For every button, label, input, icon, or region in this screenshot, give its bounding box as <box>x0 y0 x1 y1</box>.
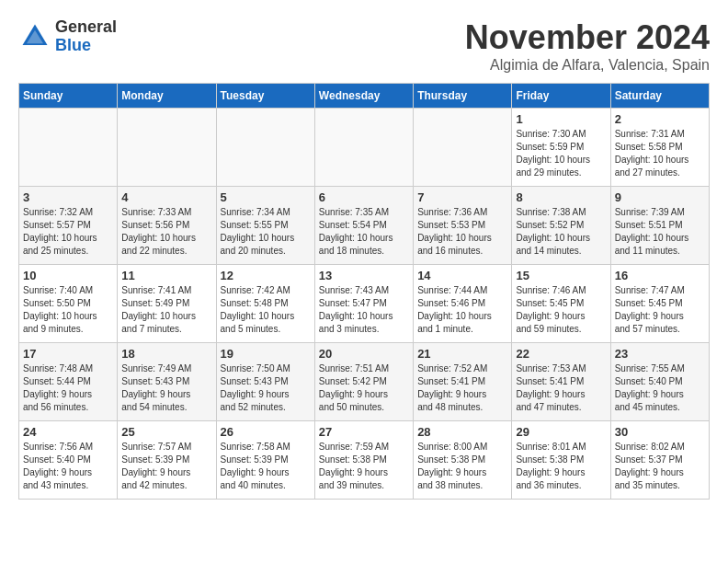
day-info: Sunrise: 7:51 AM Sunset: 5:42 PM Dayligh… <box>319 362 409 414</box>
day-info: Sunrise: 7:50 AM Sunset: 5:43 PM Dayligh… <box>221 362 311 414</box>
day-number: 22 <box>516 347 606 361</box>
day-number: 29 <box>516 425 606 439</box>
calendar-week-4: 17Sunrise: 7:48 AM Sunset: 5:44 PM Dayli… <box>19 343 710 421</box>
day-number: 4 <box>121 190 211 204</box>
calendar-cell: 2Sunrise: 7:31 AM Sunset: 5:58 PM Daylig… <box>610 109 709 187</box>
calendar-cell: 24Sunrise: 7:56 AM Sunset: 5:40 PM Dayli… <box>19 421 118 500</box>
calendar-cell: 19Sunrise: 7:50 AM Sunset: 5:43 PM Dayli… <box>216 343 314 421</box>
day-info: Sunrise: 7:36 AM Sunset: 5:53 PM Dayligh… <box>417 206 507 258</box>
header-cell-friday: Friday <box>512 84 610 109</box>
day-info: Sunrise: 7:44 AM Sunset: 5:46 PM Dayligh… <box>417 284 507 336</box>
header-cell-monday: Monday <box>118 84 216 109</box>
day-number: 7 <box>417 190 507 204</box>
logo: General Blue <box>18 18 117 55</box>
calendar-cell: 29Sunrise: 8:01 AM Sunset: 5:38 PM Dayli… <box>512 421 610 500</box>
day-number: 25 <box>121 425 211 439</box>
header-cell-wednesday: Wednesday <box>314 84 413 109</box>
calendar-week-3: 10Sunrise: 7:40 AM Sunset: 5:50 PM Dayli… <box>19 265 710 343</box>
logo-text: General Blue <box>55 18 117 55</box>
day-number: 30 <box>615 425 705 439</box>
day-number: 18 <box>121 347 211 361</box>
day-number: 16 <box>615 269 705 282</box>
calendar-cell: 13Sunrise: 7:43 AM Sunset: 5:47 PM Dayli… <box>314 265 413 343</box>
day-info: Sunrise: 7:39 AM Sunset: 5:51 PM Dayligh… <box>615 206 705 258</box>
day-info: Sunrise: 7:55 AM Sunset: 5:40 PM Dayligh… <box>615 362 705 414</box>
calendar-cell: 30Sunrise: 8:02 AM Sunset: 5:37 PM Dayli… <box>610 421 709 500</box>
day-number: 15 <box>516 269 606 282</box>
calendar-cell <box>118 109 216 187</box>
calendar-cell: 12Sunrise: 7:42 AM Sunset: 5:48 PM Dayli… <box>216 265 314 343</box>
calendar-body: 1Sunrise: 7:30 AM Sunset: 5:59 PM Daylig… <box>19 109 710 500</box>
day-info: Sunrise: 8:00 AM Sunset: 5:38 PM Dayligh… <box>417 441 507 492</box>
logo-general-text: General <box>55 18 117 37</box>
day-info: Sunrise: 7:43 AM Sunset: 5:47 PM Dayligh… <box>319 284 409 336</box>
calendar-week-2: 3Sunrise: 7:32 AM Sunset: 5:57 PM Daylig… <box>19 187 710 265</box>
calendar-cell: 1Sunrise: 7:30 AM Sunset: 5:59 PM Daylig… <box>512 109 610 187</box>
calendar-cell: 4Sunrise: 7:33 AM Sunset: 5:56 PM Daylig… <box>118 187 216 265</box>
day-info: Sunrise: 7:48 AM Sunset: 5:44 PM Dayligh… <box>23 362 113 414</box>
calendar-cell: 5Sunrise: 7:34 AM Sunset: 5:55 PM Daylig… <box>216 187 314 265</box>
day-info: Sunrise: 7:32 AM Sunset: 5:57 PM Dayligh… <box>23 206 113 258</box>
day-info: Sunrise: 7:35 AM Sunset: 5:54 PM Dayligh… <box>319 206 409 258</box>
day-info: Sunrise: 7:31 AM Sunset: 5:58 PM Dayligh… <box>615 128 705 179</box>
header-cell-tuesday: Tuesday <box>216 84 314 109</box>
day-number: 21 <box>417 347 507 361</box>
calendar-cell: 17Sunrise: 7:48 AM Sunset: 5:44 PM Dayli… <box>19 343 118 421</box>
calendar-cell: 3Sunrise: 7:32 AM Sunset: 5:57 PM Daylig… <box>19 187 118 265</box>
day-number: 28 <box>417 425 507 439</box>
day-number: 26 <box>221 425 311 439</box>
day-info: Sunrise: 7:59 AM Sunset: 5:38 PM Dayligh… <box>319 441 409 492</box>
month-title: November 2024 <box>465 18 710 57</box>
day-number: 23 <box>615 347 705 361</box>
calendar-cell: 27Sunrise: 7:59 AM Sunset: 5:38 PM Dayli… <box>314 421 413 500</box>
calendar-cell <box>19 109 118 187</box>
calendar-cell: 10Sunrise: 7:40 AM Sunset: 5:50 PM Dayli… <box>19 265 118 343</box>
header-cell-thursday: Thursday <box>414 84 512 109</box>
day-number: 27 <box>319 425 409 439</box>
day-number: 10 <box>23 269 113 282</box>
day-info: Sunrise: 7:41 AM Sunset: 5:49 PM Dayligh… <box>121 284 211 336</box>
calendar-week-5: 24Sunrise: 7:56 AM Sunset: 5:40 PM Dayli… <box>19 421 710 500</box>
calendar-cell: 16Sunrise: 7:47 AM Sunset: 5:45 PM Dayli… <box>610 265 709 343</box>
day-info: Sunrise: 7:53 AM Sunset: 5:41 PM Dayligh… <box>516 362 606 414</box>
day-info: Sunrise: 7:40 AM Sunset: 5:50 PM Dayligh… <box>23 284 113 336</box>
day-number: 9 <box>615 190 705 204</box>
day-info: Sunrise: 7:38 AM Sunset: 5:52 PM Dayligh… <box>516 206 606 258</box>
calendar-cell: 20Sunrise: 7:51 AM Sunset: 5:42 PM Dayli… <box>314 343 413 421</box>
day-number: 17 <box>23 347 113 361</box>
header: General Blue November 2024 Algimia de Al… <box>18 18 710 74</box>
calendar-cell: 11Sunrise: 7:41 AM Sunset: 5:49 PM Dayli… <box>118 265 216 343</box>
logo-icon <box>18 20 51 53</box>
calendar-table: SundayMondayTuesdayWednesdayThursdayFrid… <box>18 83 710 500</box>
day-info: Sunrise: 7:30 AM Sunset: 5:59 PM Dayligh… <box>516 128 606 179</box>
header-cell-sunday: Sunday <box>19 84 118 109</box>
calendar-cell: 18Sunrise: 7:49 AM Sunset: 5:43 PM Dayli… <box>118 343 216 421</box>
day-number: 24 <box>23 425 113 439</box>
logo-blue-text: Blue <box>55 37 117 55</box>
calendar-cell: 14Sunrise: 7:44 AM Sunset: 5:46 PM Dayli… <box>414 265 512 343</box>
calendar-cell: 6Sunrise: 7:35 AM Sunset: 5:54 PM Daylig… <box>314 187 413 265</box>
calendar-cell: 28Sunrise: 8:00 AM Sunset: 5:38 PM Dayli… <box>414 421 512 500</box>
day-info: Sunrise: 7:47 AM Sunset: 5:45 PM Dayligh… <box>615 284 705 336</box>
header-row: SundayMondayTuesdayWednesdayThursdayFrid… <box>19 84 710 109</box>
calendar-cell <box>314 109 413 187</box>
day-info: Sunrise: 7:42 AM Sunset: 5:48 PM Dayligh… <box>221 284 311 336</box>
day-number: 19 <box>221 347 311 361</box>
calendar-cell <box>414 109 512 187</box>
day-info: Sunrise: 8:01 AM Sunset: 5:38 PM Dayligh… <box>516 441 606 492</box>
day-info: Sunrise: 8:02 AM Sunset: 5:37 PM Dayligh… <box>615 441 705 492</box>
calendar-week-1: 1Sunrise: 7:30 AM Sunset: 5:59 PM Daylig… <box>19 109 710 187</box>
day-number: 20 <box>319 347 409 361</box>
calendar-header: SundayMondayTuesdayWednesdayThursdayFrid… <box>19 84 710 109</box>
day-number: 6 <box>319 190 409 204</box>
calendar-cell: 25Sunrise: 7:57 AM Sunset: 5:39 PM Dayli… <box>118 421 216 500</box>
day-info: Sunrise: 7:56 AM Sunset: 5:40 PM Dayligh… <box>23 441 113 492</box>
calendar-cell: 26Sunrise: 7:58 AM Sunset: 5:39 PM Dayli… <box>216 421 314 500</box>
day-info: Sunrise: 7:34 AM Sunset: 5:55 PM Dayligh… <box>221 206 311 258</box>
calendar-cell: 7Sunrise: 7:36 AM Sunset: 5:53 PM Daylig… <box>414 187 512 265</box>
day-number: 3 <box>23 190 113 204</box>
location-title: Algimia de Alfara, Valencia, Spain <box>465 57 710 74</box>
day-number: 8 <box>516 190 606 204</box>
day-number: 1 <box>516 112 606 126</box>
day-number: 11 <box>121 269 211 282</box>
